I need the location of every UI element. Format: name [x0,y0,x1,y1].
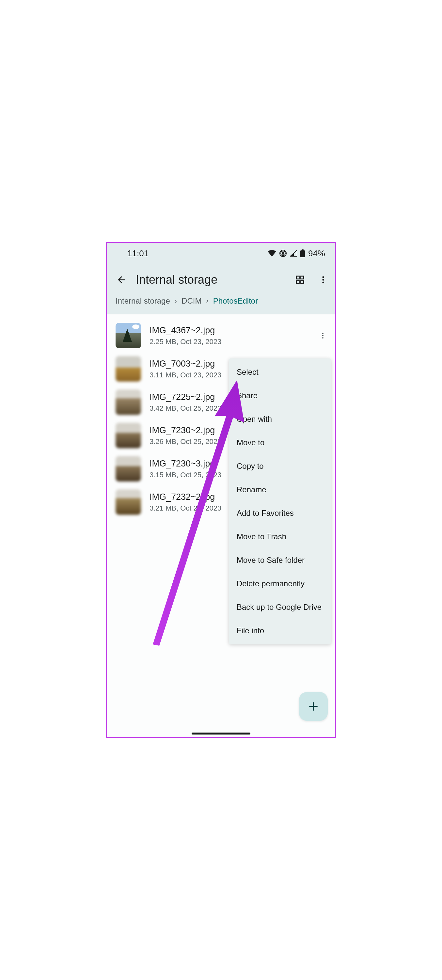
battery-icon [300,250,305,257]
more-vert-icon [319,332,327,339]
svg-point-0 [282,252,284,255]
back-arrow-icon[interactable] [116,275,127,285]
menu-open-with[interactable]: Open with [229,407,331,431]
file-thumbnail [116,390,141,415]
signal-icon [290,250,297,256]
more-options-icon[interactable] [319,275,328,284]
menu-safe-folder[interactable]: Move to Safe folder [229,549,331,572]
menu-backup-drive[interactable]: Back up to Google Drive [229,595,331,619]
menu-file-info[interactable]: File info [229,619,331,643]
svg-point-6 [322,279,324,280]
file-meta: 2.25 MB, Oct 23, 2023 [149,337,308,346]
menu-rename[interactable]: Rename [229,478,331,501]
menu-move-trash[interactable]: Move to Trash [229,525,331,549]
breadcrumb: Internal storage › DCIM › PhotosEditor [107,296,335,314]
chevron-right-icon: › [206,297,208,305]
svg-point-5 [322,276,324,278]
file-more-button[interactable] [316,329,329,342]
file-thumbnail [116,356,141,382]
screenshot-container: 11:01 94% Internal storage Internal stor… [106,242,336,738]
svg-point-10 [322,337,323,339]
menu-move-to[interactable]: Move to [229,431,331,454]
breadcrumb-current: PhotosEditor [213,296,258,305]
breadcrumb-item[interactable]: Internal storage [116,296,170,305]
status-time: 11:01 [127,248,148,259]
page-title: Internal storage [136,273,286,286]
file-row[interactable]: IMG_4367~2.jpg 2.25 MB, Oct 23, 2023 [107,319,335,352]
status-icons: 94% [268,248,325,259]
svg-rect-4 [302,250,304,251]
status-bar: 11:01 94% [107,243,335,264]
menu-select[interactable]: Select [229,360,331,384]
hotspot-icon [280,250,286,257]
header: Internal storage [107,264,335,296]
svg-point-9 [322,335,323,336]
menu-delete-permanent[interactable]: Delete permanently [229,572,331,595]
home-indicator[interactable] [192,733,250,735]
file-thumbnail [116,423,141,448]
context-menu: Select Share Open with Move to Copy to R… [229,358,331,644]
file-thumbnail [116,456,141,482]
wifi-icon [268,250,276,256]
battery-percent: 94% [308,248,325,259]
file-name: IMG_4367~2.jpg [149,326,308,336]
grid-view-icon[interactable] [295,275,305,285]
svg-rect-3 [300,250,305,257]
menu-copy-to[interactable]: Copy to [229,454,331,478]
menu-add-favorites[interactable]: Add to Favorites [229,501,331,525]
chevron-right-icon: › [175,297,177,305]
file-thumbnail [116,323,141,348]
add-fab[interactable] [299,692,328,721]
file-thumbnail [116,489,141,515]
file-info: IMG_4367~2.jpg 2.25 MB, Oct 23, 2023 [149,326,308,346]
svg-point-7 [322,282,324,283]
plus-icon [308,701,319,712]
svg-point-8 [322,332,323,334]
menu-share[interactable]: Share [229,384,331,407]
breadcrumb-item[interactable]: DCIM [181,296,202,305]
